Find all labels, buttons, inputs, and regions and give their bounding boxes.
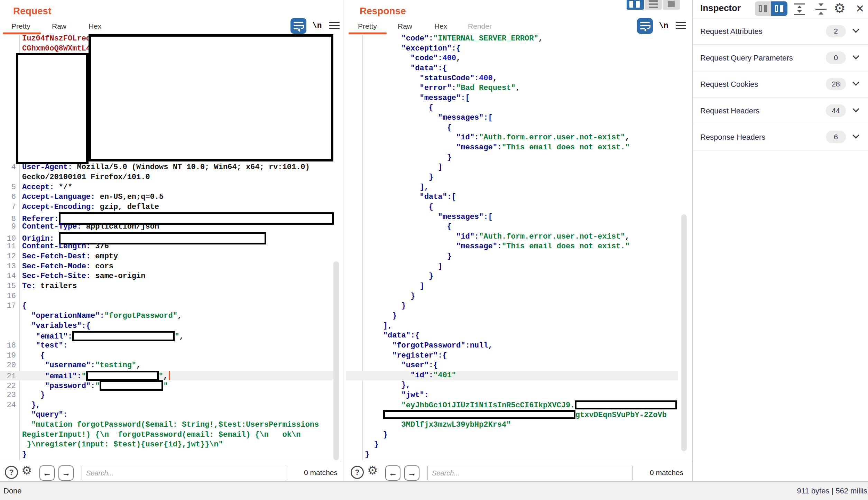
gear-icon[interactable]: ⚙ [367, 463, 378, 477]
line-number: 12 [0, 252, 19, 262]
code-text: gtxvDEqnSVuPbY-2ZoVb [575, 411, 667, 419]
code-text: Sec-Fetch-Site: [22, 272, 91, 280]
code-line[interactable]: 7Accept-Encoding: gzip, deflate [0, 202, 333, 212]
code-line[interactable]: 12Sec-Fetch-Dest: empty [0, 252, 333, 262]
inspector-section-request-cookies[interactable]: Request Cookies28 [693, 71, 868, 97]
inspector-dock-right-button[interactable] [771, 1, 787, 16]
code-line[interactable]: 19 { [0, 351, 333, 361]
response-search-input[interactable] [427, 466, 633, 480]
code-line[interactable]: RegisterInput!) {\n forgotPassword(email… [0, 430, 333, 440]
code-line[interactable]: } [0, 450, 333, 460]
redacted-value-box [575, 400, 677, 409]
code-text: Iuz04fNszFOLreq [22, 34, 91, 43]
chevron-down-icon[interactable] [852, 132, 859, 139]
code-text: "messages":[ [365, 213, 493, 221]
help-icon[interactable]: ? [5, 466, 18, 479]
code-line[interactable]: 13Sec-Fetch-Mode: cors [0, 262, 333, 272]
help-icon[interactable]: ? [351, 466, 364, 479]
hamburger-menu-icon[interactable] [329, 22, 340, 30]
code-line[interactable]: 20 "username":"testing", [0, 361, 333, 371]
code-line[interactable]: "query": [0, 410, 333, 420]
chevron-down-icon[interactable] [852, 79, 859, 86]
panel-divider[interactable] [343, 0, 343, 481]
chevron-down-icon[interactable] [852, 105, 859, 112]
code-text: } [365, 272, 433, 280]
code-text: "user":{ [365, 361, 438, 370]
layout-rows-button[interactable] [645, 0, 662, 10]
redacted-value-box [383, 410, 575, 419]
show-newlines-toggle[interactable]: \n [659, 21, 668, 30]
tab-pretty[interactable]: Pretty [358, 22, 377, 30]
inspector-section-request-query-parameters[interactable]: Request Query Parameters0 [693, 45, 868, 71]
code-text: CGhxm0oQ8WXmtL4 [22, 44, 91, 53]
inspector-settings-icon[interactable]: ⚙ [834, 1, 846, 16]
tab-hex[interactable]: Hex [434, 22, 447, 30]
response-scrollbar[interactable] [681, 214, 687, 451]
code-text: 3MDlfjx3mzwL39ybHp2Krs4" [365, 420, 511, 429]
hamburger-menu-icon[interactable] [676, 22, 686, 30]
code-text: , [516, 84, 520, 92]
code-line[interactable]: Gecko/20100101 Firefox/101.0 [0, 173, 333, 183]
code-line[interactable]: 14Sec-Fetch-Site: same-origin [0, 271, 333, 281]
code-text: "data":{ [365, 331, 419, 340]
code-text: application/json [82, 222, 159, 231]
close-icon[interactable]: × [856, 1, 864, 16]
inspector-section-request-attributes[interactable]: Request Attributes2 [693, 18, 868, 44]
code-text: Accept: [22, 183, 54, 192]
inspector-title: Inspector [700, 3, 741, 13]
code-text: " [163, 382, 168, 390]
previous-match-button[interactable]: ← [39, 465, 55, 481]
word-wrap-icon[interactable] [290, 18, 306, 34]
code-line[interactable]: "variables":{ [0, 321, 333, 331]
request-search-input[interactable] [82, 466, 287, 480]
code-text: Content-Type: [22, 222, 82, 231]
code-line[interactable]: 23 } [0, 390, 333, 400]
code-line[interactable]: 5Accept: */* [0, 183, 333, 193]
response-panel: Response PrettyRawHexRender \n "code":"I… [346, 0, 692, 481]
next-match-button[interactable]: → [404, 465, 419, 481]
tab-raw[interactable]: Raw [52, 22, 66, 30]
code-text: "message": [365, 143, 502, 152]
inspector-section-response-headers[interactable]: Response Headers6 [693, 124, 868, 150]
code-line[interactable]: 16 [0, 291, 333, 302]
code-line[interactable]: 17{ [0, 301, 333, 311]
code-line[interactable]: 15Te: trailers [0, 281, 333, 291]
layout-columns-button[interactable] [627, 0, 644, 10]
collapse-all-icon[interactable] [815, 3, 827, 15]
expand-all-icon[interactable] [794, 3, 805, 15]
code-text: Content-Length: [22, 242, 91, 251]
chevron-down-icon[interactable] [852, 26, 859, 33]
line-number: 15 [0, 281, 19, 291]
code-line[interactable]: 8Referer: [0, 212, 333, 222]
show-newlines-toggle[interactable]: \n [312, 21, 322, 30]
code-line[interactable]: 6Accept-Language: en-US,en;q=0.5 [0, 192, 333, 202]
inspector-section-request-headers[interactable]: Request Headers44 [693, 98, 868, 124]
tab-render[interactable]: Render [468, 22, 492, 30]
code-text: , [177, 312, 182, 320]
code-line[interactable]: 24 }, [0, 400, 333, 410]
tab-raw[interactable]: Raw [398, 22, 412, 30]
line-number: 20 [0, 361, 19, 371]
tab-pretty[interactable]: Pretty [11, 22, 30, 30]
code-line[interactable]: 21 "email":"", [0, 371, 333, 381]
next-match-button[interactable]: → [58, 465, 74, 481]
request-scrollbar[interactable] [333, 261, 339, 460]
code-line[interactable]: 18 "test": [0, 341, 333, 351]
tab-hex[interactable]: Hex [89, 22, 101, 30]
word-wrap-icon[interactable] [637, 18, 653, 34]
code-line[interactable]: "mutation forgotPassword($email: String!… [0, 420, 333, 430]
chevron-down-icon[interactable] [852, 53, 859, 59]
code-line[interactable]: "email":", [0, 331, 333, 341]
inspector-dock-left-button[interactable] [755, 1, 771, 16]
layout-single-button[interactable] [663, 0, 680, 10]
code-line[interactable]: "operationName":"forgotPassword", [0, 311, 333, 321]
code-line[interactable]: 10Origin: [0, 232, 333, 242]
code-line: "data":[ [346, 192, 678, 202]
section-label: Response Headers [700, 133, 765, 142]
code-text: "email": [22, 372, 82, 381]
previous-match-button[interactable]: ← [385, 465, 400, 481]
code-line: } [346, 430, 678, 440]
code-line[interactable]: 22 "password":"" [0, 380, 333, 390]
code-line[interactable]: }\nregister(input: $test){user{id},jwt}}… [0, 440, 333, 450]
gear-icon[interactable]: ⚙ [21, 463, 32, 477]
